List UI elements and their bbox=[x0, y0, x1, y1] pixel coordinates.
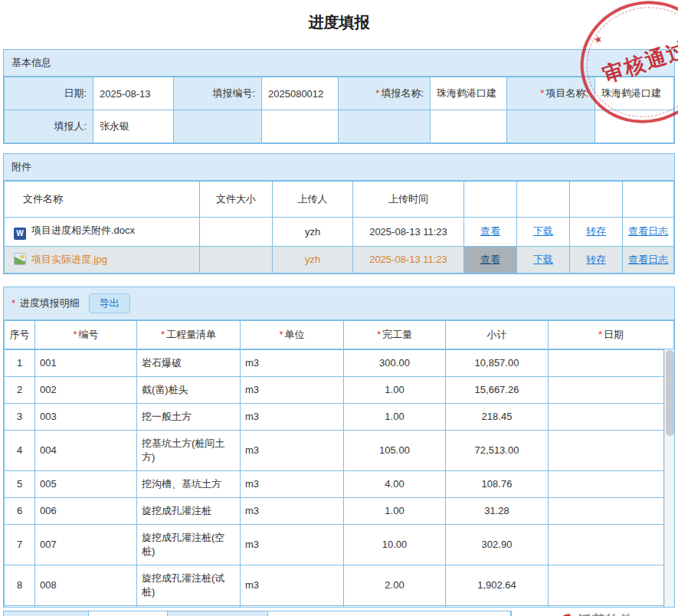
detail-row[interactable]: 3 003 挖一般土方 m3 1.00 218.45 bbox=[5, 403, 664, 430]
field-label-date: 日期: bbox=[5, 77, 93, 110]
cell-no: 1 bbox=[5, 349, 35, 376]
cell-unit: m3 bbox=[241, 565, 344, 605]
image-file-icon bbox=[14, 253, 26, 265]
detail-table: 1 001 岩石爆破 m3 300.00 10,857.00 2 002 截(凿… bbox=[4, 349, 664, 607]
cell-code: 003 bbox=[35, 403, 137, 430]
cell-date bbox=[549, 403, 664, 430]
fanpu-logo-icon bbox=[556, 613, 572, 616]
progress-detail-section: * 进度填报明细 导出 序号*编号*工程量清单*单位*完工量小计*日期 1 00… bbox=[3, 287, 675, 608]
view-log-link[interactable]: 查看日志 bbox=[628, 225, 668, 237]
attachment-row[interactable]: W项目进度相关附件.docx yzh 2025-08-13 11:23 查看 下… bbox=[5, 218, 674, 247]
empty-label-cell bbox=[174, 110, 262, 143]
cell-item: 岩石爆破 bbox=[137, 349, 241, 376]
detail-row[interactable]: 1 001 岩石爆破 m3 300.00 10,857.00 bbox=[5, 349, 664, 376]
total-label: 合计: bbox=[4, 611, 88, 616]
detail-row[interactable]: 5 005 挖沟槽、基坑土方 m3 4.00 108.76 bbox=[5, 470, 664, 497]
cell-code: 001 bbox=[35, 349, 137, 376]
scrollbar-thumb[interactable] bbox=[666, 350, 674, 436]
attachments-section-bar: 附件 bbox=[4, 154, 674, 181]
cell-code: 007 bbox=[35, 524, 137, 565]
cell-unit: m3 bbox=[241, 524, 344, 565]
column-header: 文件名称 bbox=[5, 182, 200, 218]
cell-unit: m3 bbox=[241, 470, 344, 497]
field-label-report-name: *填报名称: bbox=[339, 77, 431, 110]
cell-qty: 1.00 bbox=[344, 497, 446, 524]
cell-unit: m3 bbox=[241, 430, 344, 470]
detail-row[interactable]: 8 008 旋挖成孔灌注桩(试桩) m3 2.00 1,902.64 bbox=[5, 565, 664, 605]
detail-body: 1 001 岩石爆破 m3 300.00 10,857.00 2 002 截(凿… bbox=[4, 349, 674, 607]
field-value-project-name: 珠海鹤港口建 bbox=[595, 77, 674, 110]
cell-subtotal: 6,450.86 bbox=[446, 605, 549, 607]
transfer-link[interactable]: 转存 bbox=[586, 254, 606, 265]
cell-subtotal: 15,667.26 bbox=[446, 376, 549, 403]
view-link[interactable]: 查看 bbox=[480, 225, 500, 237]
column-header bbox=[623, 182, 674, 218]
cell-qty: 1.00 bbox=[344, 376, 446, 403]
vertical-scrollbar[interactable] bbox=[664, 349, 674, 607]
column-header bbox=[517, 182, 570, 218]
cell-code: 004 bbox=[35, 430, 137, 470]
file-size bbox=[200, 246, 273, 273]
view-link[interactable]: 查看 bbox=[480, 254, 500, 265]
attachment-row[interactable]: 项目实际进度.jpg yzh 2025-08-13 11:23 查看 下载 转存… bbox=[5, 246, 674, 273]
view-log-link[interactable]: 查看日志 bbox=[628, 254, 668, 265]
totals-strip: 合计: 1,581,640.00 金额大写: 壹佰伍拾捌万壹仟陆佰肆拾元整 bbox=[3, 611, 512, 616]
cell-date bbox=[549, 524, 664, 565]
detail-row[interactable]: 7 007 旋挖成孔灌注桩(空桩) m3 10.00 302.90 bbox=[5, 524, 664, 565]
column-header bbox=[464, 182, 517, 218]
download-link[interactable]: 下载 bbox=[533, 254, 553, 265]
basic-info-row: 填报人: 张永银 bbox=[5, 110, 674, 143]
cell-item: 挖基坑土方(桩间土方) bbox=[137, 430, 241, 470]
cell-unit: m3 bbox=[241, 497, 344, 524]
field-label-report-no: 填报编号: bbox=[174, 77, 262, 110]
progress-detail-section-bar: * 进度填报明细 导出 bbox=[4, 287, 674, 320]
column-header: 小计 bbox=[446, 320, 549, 349]
cell-no: 5 bbox=[5, 470, 35, 497]
brand-name: 泛普软件 bbox=[575, 611, 631, 616]
detail-row[interactable]: 9 009 泥浆池（槽）砌筑及 m3 13.00 6,450.86 bbox=[5, 605, 664, 607]
column-header: 上传时间 bbox=[353, 182, 464, 218]
column-header: *完工量 bbox=[344, 320, 446, 349]
transfer-link[interactable]: 转存 bbox=[586, 225, 606, 237]
page-title: 进度填报 bbox=[3, 0, 675, 49]
cell-date bbox=[549, 349, 664, 376]
cell-unit: m3 bbox=[241, 376, 344, 403]
export-button[interactable]: 导出 bbox=[89, 293, 130, 313]
detail-header-row: 序号*编号*工程量清单*单位*完工量小计*日期 bbox=[5, 320, 674, 349]
field-label-project-name: *项目名称: bbox=[507, 77, 595, 110]
field-value-reporter: 张永银 bbox=[93, 110, 174, 143]
basic-info-row: 日期: 2025-08-13 填报编号: 2025080012 *填报名称: 珠… bbox=[5, 77, 674, 110]
column-header: 上传人 bbox=[273, 182, 353, 218]
cell-code: 006 bbox=[35, 497, 137, 524]
cell-subtotal: 31.28 bbox=[446, 497, 549, 524]
download-link[interactable]: 下载 bbox=[533, 225, 553, 237]
file-upload-time: 2025-08-13 11:23 bbox=[353, 218, 464, 247]
attachments-section: 附件 文件名称文件大小上传人上传时间 W项目进度相关附件.docx yzh 20… bbox=[3, 153, 675, 274]
cell-subtotal: 10,857.00 bbox=[446, 349, 549, 376]
detail-row[interactable]: 4 004 挖基坑土方(桩间土方) m3 105.00 72,513.00 bbox=[5, 430, 664, 470]
attachments-body: W项目进度相关附件.docx yzh 2025-08-13 11:23 查看 下… bbox=[5, 218, 674, 274]
file-uploader: yzh bbox=[273, 246, 353, 273]
basic-info-table: 日期: 2025-08-13 填报编号: 2025080012 *填报名称: 珠… bbox=[4, 77, 674, 143]
cell-subtotal: 302.90 bbox=[446, 524, 549, 565]
cell-item: 挖沟槽、基坑土方 bbox=[137, 470, 241, 497]
cell-no: 9 bbox=[5, 605, 35, 607]
attachments-section-title: 附件 bbox=[11, 160, 31, 174]
cell-qty: 105.00 bbox=[344, 430, 446, 470]
attachments-table: 文件名称文件大小上传人上传时间 W项目进度相关附件.docx yzh 2025-… bbox=[4, 181, 674, 274]
empty-label-cell bbox=[339, 110, 431, 143]
cell-qty: 13.00 bbox=[344, 605, 446, 607]
cell-no: 3 bbox=[5, 403, 35, 430]
basic-info-section: 基本信息 日期: 2025-08-13 填报编号: 2025080012 *填报… bbox=[3, 49, 675, 144]
detail-row[interactable]: 2 002 截(凿)桩头 m3 1.00 15,667.26 bbox=[5, 376, 664, 403]
file-name: 项目进度相关附件.docx bbox=[31, 224, 135, 236]
progress-detail-section-title: * 进度填报明细 bbox=[11, 297, 80, 310]
attachments-header-row: 文件名称文件大小上传人上传时间 bbox=[5, 182, 674, 218]
cell-date bbox=[549, 376, 664, 403]
detail-row[interactable]: 6 006 旋挖成孔灌注桩 m3 1.00 31.28 bbox=[5, 497, 664, 524]
cell-subtotal: 1,902.64 bbox=[446, 565, 549, 605]
cell-unit: m3 bbox=[241, 605, 344, 607]
cell-subtotal: 218.45 bbox=[446, 403, 549, 430]
detail-header-table: 序号*编号*工程量清单*单位*完工量小计*日期 bbox=[4, 320, 674, 349]
column-header bbox=[570, 182, 623, 218]
